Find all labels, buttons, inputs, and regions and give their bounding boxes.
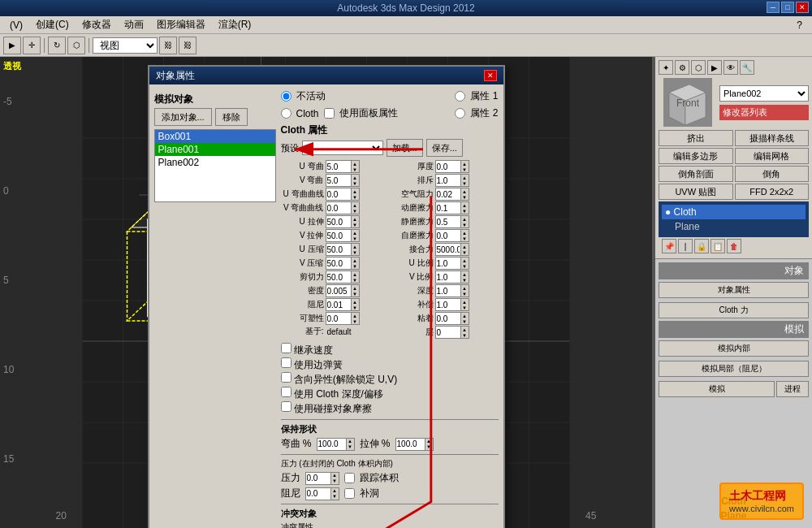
spinner-pressure[interactable]: ▲▼ <box>305 472 339 485</box>
spinner-sticky[interactable]: ▲▼ <box>435 312 469 325</box>
list-item-plane001[interactable]: Plane001 <box>155 143 275 156</box>
spinner-u-bend-curve[interactable]: ▲▼ <box>326 188 360 201</box>
load-btn[interactable]: 加载... <box>387 139 423 157</box>
prop-v-scale: V 比例 <box>391 271 435 283</box>
modifier-plane[interactable]: Plane <box>662 219 806 234</box>
spinner-v-bend-curve[interactable]: ▲▼ <box>326 201 360 214</box>
spinner-resistance[interactable]: ▲▼ <box>326 298 360 311</box>
menu-item-modifier[interactable]: 修改器 <box>76 16 118 33</box>
edit-poly-btn[interactable]: 编辑多边形 <box>659 148 733 164</box>
spinner-adhesion[interactable]: ▲▼ <box>435 243 469 256</box>
ffd-btn[interactable]: FFD 2x2x2 <box>735 184 810 200</box>
stack-lock-icon[interactable]: 🔒 <box>694 239 709 253</box>
nav-cube[interactable]: Front <box>663 78 712 127</box>
minimize-btn[interactable]: ─ <box>767 2 780 13</box>
spinner-u-bend[interactable]: ▲▼ <box>326 160 360 173</box>
close-btn[interactable]: ✕ <box>796 2 809 13</box>
edit-mesh-btn[interactable]: 编辑网格 <box>735 148 810 164</box>
preset-dropdown[interactable] <box>302 141 383 155</box>
radio-inactive[interactable] <box>281 91 292 102</box>
stack-copy-icon[interactable]: 📋 <box>710 239 725 253</box>
progress-btn[interactable]: 进程 <box>776 381 809 397</box>
menu-item-v[interactable]: (V) <box>3 18 29 32</box>
spinner-v-stretch[interactable]: ▲▼ <box>326 229 360 242</box>
icon-display[interactable]: 👁 <box>723 60 738 75</box>
menu-item-render[interactable]: 渲染(R) <box>212 16 258 33</box>
spinner-stretch-pct[interactable]: ▲▼ <box>395 438 434 451</box>
cb-inherit-velocity[interactable] <box>281 343 292 353</box>
modifier-cloth[interactable]: ● Cloth <box>662 205 806 219</box>
radio-cloth[interactable] <box>281 108 292 119</box>
icon-utilities[interactable]: 🔧 <box>740 60 754 75</box>
spinner-plasticity[interactable]: ▲▼ <box>326 312 360 325</box>
icon-motion[interactable]: ▶ <box>707 60 722 75</box>
spinner-repulsion[interactable]: ▲▼ <box>435 174 469 187</box>
uvw-map-btn[interactable]: UVW 贴图 <box>659 184 733 200</box>
spinner-dynamic-friction[interactable]: ▲▼ <box>435 201 469 214</box>
viewport-area[interactable]: 透视 202530354045 -5051015 对象属性 ✕ 模拟对象 <box>0 57 654 528</box>
toolbar-btn-move[interactable]: ✛ <box>23 37 41 54</box>
spinner-offset[interactable]: ▲▼ <box>435 298 469 311</box>
spinner-shear[interactable]: ▲▼ <box>326 270 360 283</box>
toolbar-btn-scale[interactable]: ⬡ <box>67 37 85 54</box>
object-props-btn[interactable]: 对象属性 <box>659 282 809 298</box>
icon-modify[interactable]: ⚙ <box>675 60 689 75</box>
toolbar-btn-link[interactable]: ⛓ <box>159 37 177 54</box>
stack-pin-icon[interactable]: 📌 <box>662 239 676 253</box>
cb-use-cloth-depth[interactable] <box>281 387 292 397</box>
spinner-depth[interactable]: ▲▼ <box>435 284 469 297</box>
toolbar-btn-rotate[interactable]: ↻ <box>48 37 66 54</box>
cb-anisotropy[interactable] <box>281 372 292 383</box>
extrude-btn[interactable]: 挤出 <box>659 130 733 146</box>
cb-use-collision-friction[interactable] <box>281 401 292 412</box>
menu-item-create[interactable]: 创建(C) <box>29 16 76 33</box>
spinner-u-stretch[interactable]: ▲▼ <box>326 215 360 228</box>
menu-item-animation[interactable]: 动画 <box>118 16 150 33</box>
cb-panel[interactable] <box>324 108 335 119</box>
toolbar-btn-unlink[interactable]: ⛓ <box>179 37 197 54</box>
icon-hierarchy[interactable]: ⬡ <box>691 60 706 75</box>
prop-v-compress: V 压缩 <box>281 258 326 269</box>
spinner-u-scale[interactable]: ▲▼ <box>435 257 469 270</box>
spinner-air-resistance[interactable]: ▲▼ <box>435 188 469 201</box>
maximize-btn[interactable]: □ <box>781 2 794 13</box>
spinner-v-bend[interactable]: ▲▼ <box>326 174 360 187</box>
radio-attr2[interactable] <box>455 108 465 119</box>
dialog-close-btn[interactable]: ✕ <box>484 70 497 81</box>
spinner-v-scale[interactable]: ▲▼ <box>435 270 469 283</box>
save-btn[interactable]: 保存... <box>426 139 463 157</box>
list-item-box001[interactable]: Box001 <box>155 130 275 143</box>
object-list[interactable]: Box001 Plane001 Plane002 <box>154 129 276 202</box>
view-dropdown[interactable]: 视图 <box>93 37 158 54</box>
cb-use-edge-spring[interactable] <box>281 357 292 368</box>
spinner-u-compress[interactable]: ▲▼ <box>326 243 360 256</box>
toolbar-btn-select[interactable]: ▶ <box>3 37 21 54</box>
cloth-force-btn[interactable]: Cloth 力 <box>659 302 809 318</box>
chamfer-btn[interactable]: 倒角 <box>735 166 810 182</box>
sim-local-btn[interactable]: 模拟局部（阻尼） <box>659 361 809 377</box>
stack-pipe-icon[interactable]: | <box>678 239 693 253</box>
cb-compensate[interactable] <box>344 488 355 499</box>
object-dropdown[interactable]: Plane002 <box>719 85 809 102</box>
spinner-static-friction[interactable]: ▲▼ <box>435 215 469 228</box>
list-item-plane002[interactable]: Plane002 <box>155 156 275 169</box>
spinner-layer[interactable]: ▲▼ <box>435 326 469 339</box>
chamfer-face-btn[interactable]: 倒角剖面 <box>659 166 733 182</box>
remove-btn[interactable]: 移除 <box>215 108 248 126</box>
menu-item-graph-editor[interactable]: 图形编辑器 <box>150 16 212 33</box>
spinner-density[interactable]: ▲▼ <box>326 284 360 297</box>
sim-interior-btn[interactable]: 模拟内部 <box>659 340 809 357</box>
sample-line-btn[interactable]: 摄描样条线 <box>735 130 810 146</box>
cb-follow-mesh[interactable] <box>344 473 355 483</box>
icon-create[interactable]: ✦ <box>659 60 673 75</box>
help-icon[interactable]: ? <box>790 18 809 32</box>
spinner-v-compress[interactable]: ▲▼ <box>326 257 360 270</box>
sim-btn[interactable]: 模拟 <box>659 381 775 397</box>
spinner-thickness[interactable]: ▲▼ <box>435 160 469 173</box>
add-object-btn[interactable]: 添加对象... <box>154 108 212 126</box>
spinner-self-friction[interactable]: ▲▼ <box>435 229 469 242</box>
stack-delete-icon[interactable]: 🗑 <box>727 239 741 253</box>
spinner-pressure-resistance[interactable]: ▲▼ <box>305 487 339 500</box>
spinner-bend-pct[interactable]: ▲▼ <box>317 438 355 451</box>
radio-attr1[interactable] <box>455 91 465 102</box>
